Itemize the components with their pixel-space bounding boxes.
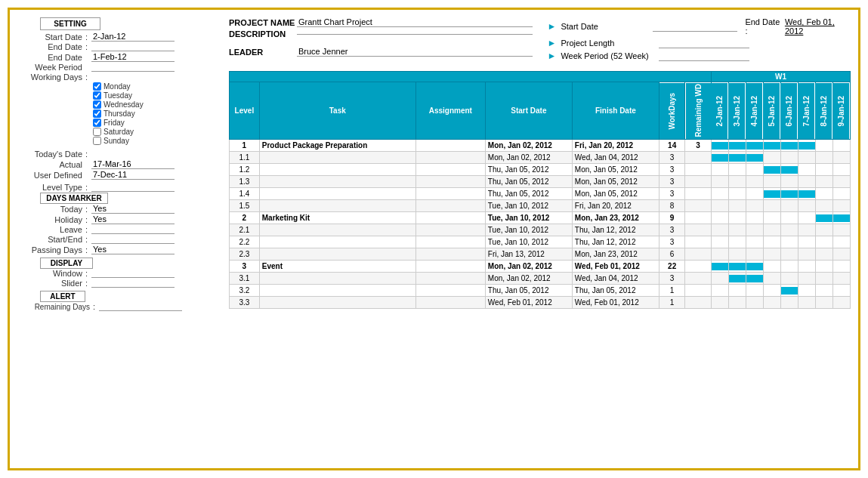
level-type-label: Level Type [17,183,85,192]
table-row: 2.1Tue, Jan 10, 2012Thu, Jan 12, 20123 [230,224,851,236]
sunday-checkbox[interactable] [93,137,101,145]
cell-day-2 [746,211,763,224]
cell-remaining [685,224,712,236]
level-type-value [91,183,175,192]
cell-workdays: 9 [659,211,685,224]
cell-level: 2.3 [230,248,260,260]
cell-assignment [415,151,485,163]
cell-day-7 [832,224,850,236]
cell-assignment [415,284,485,296]
col-assign-header: Assignment [415,82,485,140]
cell-day-7 [832,187,850,199]
end-date-label-right: End Date : [745,17,782,35]
cell-start: Tue, Jan 10, 2012 [485,199,572,211]
actual-row: Actual 17-Mar-16 [17,159,221,169]
cell-start: Tue, Jan 10, 2012 [485,211,572,224]
gantt-tbody: 1Product Package PreparationMon, Jan 02,… [230,139,851,308]
project-length-label: Project Length [561,39,659,48]
user-defined-row: User Defined 7-Dec-11 [17,170,221,180]
cell-day-1 [728,211,746,224]
cell-day-2 [746,224,763,236]
start-end-label: Start/End [17,235,85,244]
end-date-label2: End Date [17,53,85,62]
gantt-bar [746,142,763,150]
working-days-row: Working Days : [17,72,221,82]
cell-day-2 [746,163,763,175]
cell-level: 3 [230,260,260,272]
cell-day-0 [711,272,728,284]
cell-day-6 [815,139,832,151]
gantt-bar [712,142,728,150]
end-date-row2: End Date 1-Feb-12 [17,52,221,62]
cell-level: 1.5 [230,199,260,211]
cell-day-1 [728,163,746,175]
working-days-label: Working Days [17,72,85,82]
gantt-bar [729,263,746,270]
cell-start: Tue, Jan 10, 2012 [485,224,572,236]
table-row: 2.2Tue, Jan 10, 2012Thu, Jan 12, 20123 [230,236,851,248]
project-name-label: PROJECT NAME [229,18,297,27]
cell-day-2 [746,175,763,187]
cell-day-6 [815,187,832,199]
gantt-bar [746,154,763,162]
wednesday-checkbox[interactable] [93,100,101,109]
col-day-6jan: 6-Jan-12 [780,82,798,140]
leader-value: Bruce Jenner [297,47,533,57]
gantt-bar [781,190,798,198]
cell-day-4 [780,260,798,272]
actual-value: 17-Mar-16 [91,159,175,169]
tuesday-checkbox[interactable] [93,91,101,100]
slider-row: Slider : [17,279,221,288]
leader-row: LEADER Bruce Jenner [229,47,533,57]
table-row: 3.1Mon, Jan 02, 2012Wed, Jan 04, 20123 [230,272,851,284]
week-period-value [91,63,175,72]
cell-day-7 [832,199,850,211]
thursday-checkbox[interactable] [93,109,101,118]
cell-day-6 [815,248,832,260]
end-date-label1: End Date [17,42,85,51]
holiday-label: Holiday [17,215,85,224]
week-period-label: Week Period [17,63,85,72]
friday-row: Friday [93,119,221,127]
remaining-days-label: Remaining Days [17,303,93,311]
cell-task [259,236,415,248]
cell-workdays: 8 [659,199,685,211]
monday-checkbox[interactable] [93,82,101,91]
cell-assignment [415,272,485,284]
cell-level: 1.3 [230,175,260,187]
end-date-value2: 1-Feb-12 [91,52,175,62]
table-row: 1.5Tue, Jan 10, 2012Fri, Jan 20, 20128 [230,199,851,211]
project-left: PROJECT NAME Grantt Chart Project DESCRI… [229,17,533,63]
todays-date-label: Today's Date [17,150,85,159]
cell-level: 2.2 [230,236,260,248]
cell-remaining: 3 [685,139,712,151]
cell-level: 3.2 [230,284,260,296]
cell-task [259,151,415,163]
cell-remaining [685,211,712,224]
cell-day-7 [832,163,850,175]
cell-task [259,284,415,296]
cell-day-3 [763,272,780,284]
col-level-header: Level [230,82,260,140]
table-row: 1.2Thu, Jan 05, 2012Mon, Jan 05, 20123 [230,163,851,175]
window-row: Window : [17,269,221,278]
cell-day-3 [763,163,780,175]
project-name-row: PROJECT NAME Grantt Chart Project [229,17,533,27]
cell-remaining [685,151,712,163]
cell-task [259,163,415,175]
level-type-row: Level Type : [17,183,221,192]
cell-assignment [415,175,485,187]
passing-days-label: Passing Days [17,245,85,254]
saturday-checkbox[interactable] [93,128,101,136]
cell-start: Fri, Jan 13, 2012 [485,248,572,260]
gantt-bar [764,166,780,174]
project-length-arrow-icon: ► [548,38,557,48]
start-date-arrow-value [653,21,737,32]
cell-day-3 [763,260,780,272]
cell-day-5 [798,139,815,151]
friday-checkbox[interactable] [93,119,101,127]
week-header-row: W1 [230,72,851,82]
gantt-bar [816,214,832,222]
project-name-value: Grantt Chart Project [297,17,533,27]
col-day-7jan: 7-Jan-12 [798,82,815,140]
